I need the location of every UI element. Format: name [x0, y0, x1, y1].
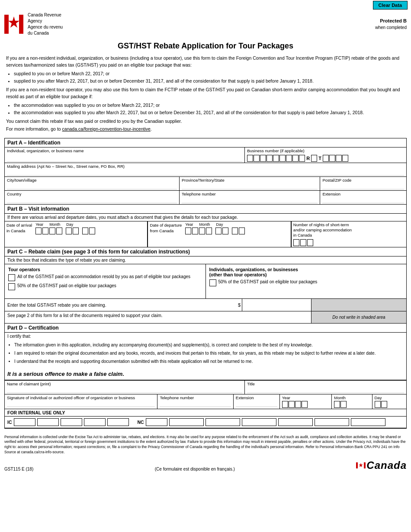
departure-cell: Date of departure from Canada Year Month…: [148, 221, 291, 247]
postal-cell: Postal/ZIP code: [320, 177, 406, 190]
month-label-arrival: Month: [49, 222, 60, 227]
sig-telephone-input[interactable]: [160, 401, 231, 407]
bn-box13: [336, 155, 342, 162]
tour-operators-title: Tour operators: [8, 267, 202, 272]
tour-option1-checkbox[interactable]: [8, 274, 15, 281]
bn-box7: [286, 155, 292, 162]
clear-data-button[interactable]: Clear Data: [373, 1, 408, 10]
nc-box3: [206, 418, 240, 426]
main-form: Part A – Identification Individual, orga…: [4, 138, 407, 429]
mailing-address-input[interactable]: [7, 170, 404, 176]
bn-box3: [260, 155, 266, 162]
total-gst-input-cell[interactable]: [242, 299, 311, 311]
total-gst-input[interactable]: [242, 299, 311, 311]
depart-month2: [222, 228, 228, 234]
dollar-sign: $: [237, 301, 242, 309]
depart-year1: [185, 228, 191, 234]
tour-option1-label: All of the GST/HST paid on accommodation…: [17, 274, 190, 280]
total-gst-label: Enter the total GST/HST rebate you are c…: [5, 301, 237, 309]
svg-rect-1: [4, 15, 9, 34]
nc-box7: [351, 418, 385, 426]
nights-box3: [307, 239, 313, 246]
depart-year2: [192, 228, 198, 234]
arrival-day1: [82, 228, 88, 234]
part-a-row1: Individual, organization, or business na…: [5, 147, 406, 163]
name-input[interactable]: [7, 154, 242, 162]
top-bar: Clear Data: [0, 0, 411, 10]
city-label: City/town/village: [7, 178, 177, 183]
arrival-day2: [89, 228, 95, 234]
name-label: Individual, organization, or business na…: [7, 148, 242, 153]
internal-use-header: FOR INTERNAL USE ONLY: [5, 409, 406, 417]
bn-box14: [342, 155, 348, 162]
signature-input[interactable]: [7, 401, 155, 407]
tick-instruction: Tick the box that indicates the type of …: [5, 256, 406, 264]
extension-input[interactable]: [322, 197, 404, 203]
others-option3-checkbox[interactable]: [209, 279, 216, 286]
others-option3: 50% of the GST/HST paid on eligible tour…: [209, 279, 403, 286]
shaded-row: See page 2 of this form for a list of th…: [5, 311, 406, 324]
month-label-depart: Month: [199, 222, 210, 227]
intro-bullet3: the accommodation was supplied to you on…: [14, 102, 405, 109]
sig-year1: [282, 401, 288, 408]
business-number-label: Business number (if applicable): [247, 148, 404, 153]
title-input[interactable]: [247, 387, 404, 393]
sig-row: Signature of individual or authorized of…: [5, 394, 406, 409]
arrival-cell: Date of arrival in Canada Year Month Day: [5, 221, 148, 247]
country-input[interactable]: [7, 197, 177, 203]
name-cell: Individual, organization, or business na…: [5, 147, 245, 163]
rebate-options-row: Tour operators All of the GST/HST paid o…: [5, 264, 406, 299]
nights-box2: [300, 239, 306, 246]
ic-box4: [84, 418, 106, 426]
telephone-cell: Telephone number: [180, 191, 320, 204]
ic-box3: [61, 418, 82, 426]
rt-t: T: [318, 156, 321, 161]
rt-r: R: [306, 156, 310, 161]
intro-link[interactable]: canada.ca/foreign-convention-tour-incent…: [62, 126, 151, 131]
ic-label: IC: [7, 420, 12, 425]
intro-para3: You cannot claim this rebate if tax was …: [6, 118, 405, 125]
postal-input[interactable]: [322, 183, 404, 189]
sig-month-cell: Month: [332, 394, 372, 409]
postal-label: Postal/ZIP code: [322, 178, 404, 183]
certify-bullet2: I am required to retain the original doc…: [14, 350, 404, 356]
nights-label: Number of nights of short-term and/or ca…: [293, 222, 405, 238]
shaded-box: Do not write in shaded area: [311, 311, 406, 323]
tour-option2-label: 50% of the GST/HST paid on eligible tour…: [17, 283, 116, 289]
nights-cell: Number of nights of short-term and/or ca…: [291, 221, 406, 247]
province-input[interactable]: [182, 183, 318, 189]
arrival-year3: [49, 228, 55, 234]
mailing-address-cell: Mailing address (Apt No – Street No., St…: [5, 163, 406, 176]
sig-year-label: Year: [282, 395, 330, 400]
part-a-row4: Country Telephone number Extension: [5, 191, 406, 204]
claimant-name-label: Name of claimant (print): [7, 381, 242, 386]
nights-box1: [293, 239, 299, 246]
bn-box5: [273, 155, 279, 162]
tour-option2-checkbox[interactable]: [8, 283, 15, 290]
internal-use-row: IC NC: [5, 417, 406, 428]
sig-month1: [334, 401, 340, 408]
part-a-row3: City/town/village Province/Territory/Sta…: [5, 177, 406, 191]
total-gst-row: Enter the total GST/HST rebate you are c…: [5, 299, 406, 311]
sig-extension-input[interactable]: [236, 401, 277, 407]
business-number-cell: Business number (if applicable) R T: [245, 147, 406, 163]
part-a-row2: Mailing address (Apt No – Street No., St…: [5, 163, 406, 177]
city-input[interactable]: [7, 183, 177, 189]
nc-box4: [242, 418, 276, 426]
arrival-label: Date of arrival in Canada: [6, 222, 32, 234]
canada-text: Canada: [366, 459, 407, 471]
sig-year4: [302, 401, 308, 408]
signature-label: Signature of individual or authorized of…: [7, 395, 155, 400]
bn-boxes-container: R T: [247, 155, 404, 162]
telephone-input[interactable]: [182, 197, 318, 203]
tour-option2: 50% of the GST/HST paid on eligible tour…: [8, 283, 202, 290]
sig-day-cell: Day: [372, 394, 406, 409]
certify-bullet1: The information given in this applicatio…: [14, 342, 404, 348]
protected-label: Protected B when completed: [375, 18, 407, 30]
arrival-year2: [42, 228, 48, 234]
sig-year3: [295, 401, 301, 408]
arrival-month2: [73, 228, 79, 234]
depart-year3: [199, 228, 205, 234]
year-label-arrival: Year: [35, 222, 43, 227]
claimant-name-input[interactable]: [7, 387, 242, 393]
